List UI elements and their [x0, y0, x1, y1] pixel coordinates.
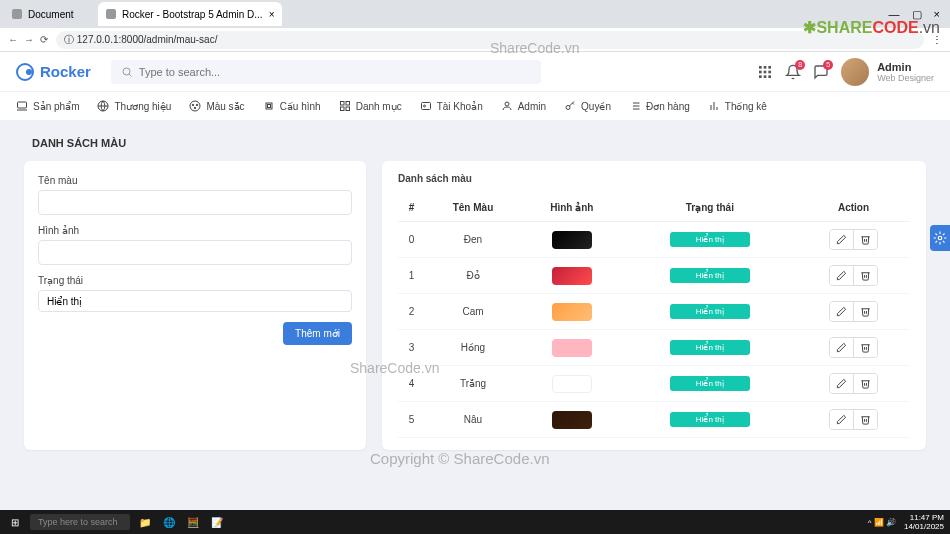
svg-rect-20: [267, 105, 270, 108]
label-status: Trạng thái: [38, 275, 352, 286]
submit-button[interactable]: Thêm mới: [283, 322, 352, 345]
input-name[interactable]: [38, 190, 352, 215]
edit-button[interactable]: [830, 374, 854, 393]
brand[interactable]: Rocker: [16, 63, 91, 81]
svg-rect-6: [764, 70, 767, 73]
taskbar-app[interactable]: 🧮: [184, 513, 202, 531]
nav-products[interactable]: Sản phẩm: [16, 100, 79, 112]
edit-button[interactable]: [830, 230, 854, 249]
browser-tab-active[interactable]: Rocker - Bootstrap 5 Admin D... ×: [98, 2, 282, 26]
svg-point-17: [197, 104, 199, 106]
search-icon: [121, 66, 133, 78]
cell-status: Hiển thị: [623, 330, 797, 366]
search-box[interactable]: [111, 60, 541, 84]
input-image[interactable]: [38, 240, 352, 265]
svg-rect-2: [759, 66, 762, 69]
back-icon[interactable]: ←: [8, 34, 18, 45]
input-status[interactable]: [38, 290, 352, 312]
taskbar-date: 14/01/2025: [904, 522, 944, 531]
nav-orders[interactable]: Đơn hàng: [629, 100, 690, 112]
delete-button[interactable]: [854, 374, 877, 393]
svg-rect-4: [768, 66, 771, 69]
taskbar-app[interactable]: 📝: [208, 513, 226, 531]
tab-title: Rocker - Bootstrap 5 Admin D...: [122, 9, 263, 20]
cell-index: 4: [398, 366, 425, 402]
user-role: Web Designer: [877, 73, 934, 83]
gear-icon: [933, 231, 947, 245]
cell-name: Đen: [425, 222, 521, 258]
color-swatch: [552, 411, 592, 429]
nav-permissions[interactable]: Quyền: [564, 100, 611, 112]
color-swatch: [552, 267, 592, 285]
cell-swatch: [521, 366, 623, 402]
grid-icon: [339, 100, 351, 112]
info-icon: ⓘ: [64, 33, 74, 47]
table-row: 2 Cam Hiển thị: [398, 294, 910, 330]
taskbar-tray[interactable]: ^ 📶 🔊: [868, 518, 896, 527]
status-badge: Hiển thị: [670, 268, 750, 283]
th-status: Trạng thái: [623, 194, 797, 222]
chart-icon: [708, 100, 720, 112]
cpu-icon: [263, 100, 275, 112]
nav-stats[interactable]: Thống kê: [708, 100, 767, 112]
edit-button[interactable]: [830, 302, 854, 321]
color-swatch: [552, 303, 592, 321]
table-title: Danh sách màu: [398, 173, 910, 184]
svg-point-40: [938, 236, 942, 240]
forward-icon[interactable]: →: [24, 34, 34, 45]
cell-name: Đỏ: [425, 258, 521, 294]
svg-rect-24: [346, 107, 350, 111]
cell-name: Trắng: [425, 366, 521, 402]
nav-categories[interactable]: Danh mục: [339, 100, 402, 112]
edit-button[interactable]: [830, 338, 854, 357]
form-card: Tên màu Hình ảnh Trạng thái Thêm mới: [24, 161, 366, 450]
cell-actions: [797, 330, 910, 366]
status-badge: Hiển thị: [670, 232, 750, 247]
svg-rect-22: [346, 102, 350, 106]
status-badge: Hiển thị: [670, 340, 750, 355]
delete-button[interactable]: [854, 410, 877, 429]
status-badge: Hiển thị: [670, 376, 750, 391]
settings-fab[interactable]: [930, 225, 950, 251]
bell-icon[interactable]: 8: [785, 64, 801, 80]
nav-admin[interactable]: Admin: [501, 100, 546, 112]
delete-button[interactable]: [854, 230, 877, 249]
table-row: 5 Nâu Hiển thị: [398, 402, 910, 438]
nav-colors[interactable]: Màu sắc: [189, 100, 244, 112]
nav-brands[interactable]: Thương hiệu: [97, 100, 171, 112]
delete-button[interactable]: [854, 302, 877, 321]
main-content: DANH SÁCH MÀU Tên màu Hình ảnh Trạng thá…: [0, 121, 950, 466]
cell-status: Hiển thị: [623, 258, 797, 294]
edit-button[interactable]: [830, 266, 854, 285]
browser-tab[interactable]: Document: [4, 2, 94, 26]
table-row: 0 Đen Hiển thị: [398, 222, 910, 258]
edit-button[interactable]: [830, 410, 854, 429]
reload-icon[interactable]: ⟳: [40, 34, 48, 45]
apps-icon[interactable]: [757, 64, 773, 80]
nav-accounts[interactable]: Tài Khoản: [420, 100, 483, 112]
svg-point-16: [193, 104, 195, 106]
taskbar-search[interactable]: Type here to search: [30, 514, 130, 530]
cell-swatch: [521, 402, 623, 438]
tab-favicon: [12, 9, 22, 19]
message-icon[interactable]: 5: [813, 64, 829, 80]
color-swatch: [552, 339, 592, 357]
status-badge: Hiển thị: [670, 412, 750, 427]
start-button[interactable]: ⊞: [6, 513, 24, 531]
svg-line-1: [129, 74, 132, 77]
nav-config[interactable]: Cấu hình: [263, 100, 321, 112]
user-menu[interactable]: Admin Web Designer: [841, 58, 934, 86]
taskbar-app[interactable]: 📁: [136, 513, 154, 531]
taskbar-app[interactable]: 🌐: [160, 513, 178, 531]
search-input[interactable]: [139, 66, 531, 78]
svg-point-0: [123, 68, 130, 75]
svg-point-26: [423, 105, 425, 107]
cell-index: 0: [398, 222, 425, 258]
delete-button[interactable]: [854, 266, 877, 285]
id-icon: [420, 100, 432, 112]
palette-icon: [189, 100, 201, 112]
delete-button[interactable]: [854, 338, 877, 357]
close-icon[interactable]: ×: [269, 9, 275, 20]
cell-status: Hiển thị: [623, 294, 797, 330]
url-input[interactable]: ⓘ 127.0.0.1:8000/admin/mau-sac/: [56, 31, 924, 49]
